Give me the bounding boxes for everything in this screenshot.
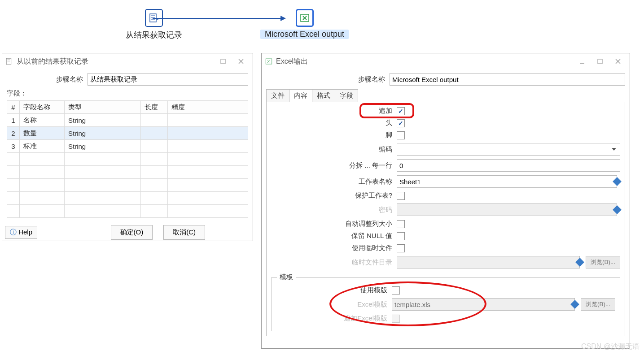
dialog-right-title: Excel输出 (276, 57, 308, 66)
table-row[interactable] (7, 153, 248, 166)
table-header-prec[interactable]: 精度 (168, 101, 248, 114)
dialog-get-records: 从以前的结果获取记录 步骤名称 字段： # 字段名称 类型 长度 精度 1 (2, 53, 253, 241)
temp-dir-input (397, 256, 580, 268)
footer-checkbox[interactable] (397, 131, 405, 139)
maximize-button[interactable] (591, 55, 609, 68)
temp-dir-label: 临时文件目录 (271, 258, 397, 267)
footer-label: 脚 (271, 131, 397, 139)
step-name-input-right[interactable] (390, 73, 625, 86)
table-row[interactable] (7, 205, 248, 218)
table-row[interactable] (7, 166, 248, 179)
temp-file-label: 使用临时文件 (271, 244, 397, 252)
autosize-checkbox[interactable] (397, 220, 405, 228)
close-button[interactable] (609, 55, 627, 68)
use-template-checkbox[interactable] (392, 286, 400, 294)
excel-template-input (392, 298, 575, 311)
table-row[interactable] (7, 192, 248, 205)
tab-content[interactable]: 内容 (289, 89, 312, 102)
table-header-name[interactable]: 字段名称 (20, 101, 65, 114)
sheet-label: 工作表名称 (271, 178, 397, 186)
maximize-button[interactable] (214, 55, 232, 68)
append-label: 追加 (271, 107, 397, 115)
tab-fields[interactable]: 字段 (335, 89, 358, 102)
node-get-records[interactable]: 从结果获取记录 (126, 9, 182, 40)
protect-checkbox[interactable] (397, 192, 405, 200)
template-legend: 模板 (277, 273, 296, 281)
password-label: 密码 (271, 206, 397, 214)
excel-output-icon (296, 9, 314, 27)
fields-table[interactable]: # 字段名称 类型 长度 精度 1 名称 String 2 数量 (7, 100, 248, 218)
step-name-label-right: 步骤名称 (266, 75, 390, 84)
dialog-left-title: 从以前的结果获取记录 (17, 57, 88, 66)
tab-content-panel: 追加 头 脚 编码 分拆 ... 每一行 工作表名称 保护工作表? (266, 102, 625, 336)
svg-rect-13 (598, 59, 602, 64)
append-checkbox[interactable] (397, 107, 405, 115)
node-get-records-label: 从结果获取记录 (126, 30, 182, 40)
encoding-select[interactable] (397, 143, 620, 156)
help-button[interactable]: ⓘ Help (5, 226, 37, 239)
node-excel-output[interactable]: Microsoft Excel output (260, 9, 349, 39)
svg-rect-8 (221, 59, 225, 64)
browse-temp-dir-button[interactable]: 浏览(B)... (586, 256, 620, 268)
svg-rect-5 (6, 58, 11, 65)
dialog-left-icon (5, 57, 14, 66)
ok-button[interactable]: 确定(O) (111, 225, 153, 240)
step-name-input-left[interactable] (88, 73, 248, 86)
split-label: 分拆 ... 每一行 (271, 161, 397, 170)
header-checkbox[interactable] (397, 119, 405, 127)
tabs: 文件 内容 格式 字段 (262, 89, 630, 102)
keep-null-label: 保留 NULL 值 (271, 232, 397, 240)
cancel-button[interactable]: 取消(C) (163, 225, 205, 240)
minimize-button[interactable] (573, 55, 591, 68)
workflow-canvas: 从结果获取记录 Microsoft Excel output (0, 0, 644, 45)
template-fieldset: 模板 使用模版 Excel模版 浏览(B)... 追加Excel模版 (271, 277, 620, 331)
use-template-label: 使用模版 (276, 286, 392, 294)
table-row[interactable]: 2 数量 String (7, 127, 248, 140)
titlebar-left[interactable]: 从以前的结果获取记录 (2, 53, 253, 69)
close-button[interactable] (232, 55, 250, 68)
excel-template-label: Excel模版 (276, 300, 392, 309)
table-row[interactable]: 1 名称 String (7, 114, 248, 127)
table-row[interactable]: 3 标准 String (7, 140, 248, 153)
temp-file-checkbox[interactable] (397, 244, 405, 252)
table-row[interactable] (7, 179, 248, 192)
autosize-label: 自动调整列大小 (271, 220, 397, 228)
node-excel-output-label: Microsoft Excel output (260, 30, 349, 39)
dialog-right-icon (264, 57, 273, 66)
encoding-label: 编码 (271, 145, 397, 154)
append-template-checkbox (392, 315, 400, 323)
append-template-label: 追加Excel模版 (276, 314, 392, 323)
tab-file[interactable]: 文件 (266, 89, 289, 102)
keep-null-checkbox[interactable] (397, 232, 405, 240)
table-header-len[interactable]: 长度 (141, 101, 168, 114)
dialog-excel-output: Excel输出 步骤名称 文件 内容 格式 字段 追加 头 脚 编码 (261, 53, 630, 349)
table-header-type[interactable]: 类型 (65, 101, 141, 114)
sheet-input[interactable] (397, 175, 617, 188)
table-header-num[interactable]: # (7, 101, 20, 114)
button-bar-left: ⓘ Help 确定(O) 取消(C) (2, 221, 253, 243)
protect-label: 保护工作表? (271, 191, 397, 200)
titlebar-right[interactable]: Excel输出 (262, 53, 630, 69)
fields-label: 字段： (7, 89, 248, 98)
browse-template-button[interactable]: 浏览(B)... (581, 298, 615, 311)
tab-format[interactable]: 格式 (312, 89, 335, 102)
step-name-label-left: 步骤名称 (7, 75, 88, 84)
split-input[interactable] (397, 159, 620, 172)
password-input (397, 203, 617, 216)
header-label: 头 (271, 119, 397, 127)
